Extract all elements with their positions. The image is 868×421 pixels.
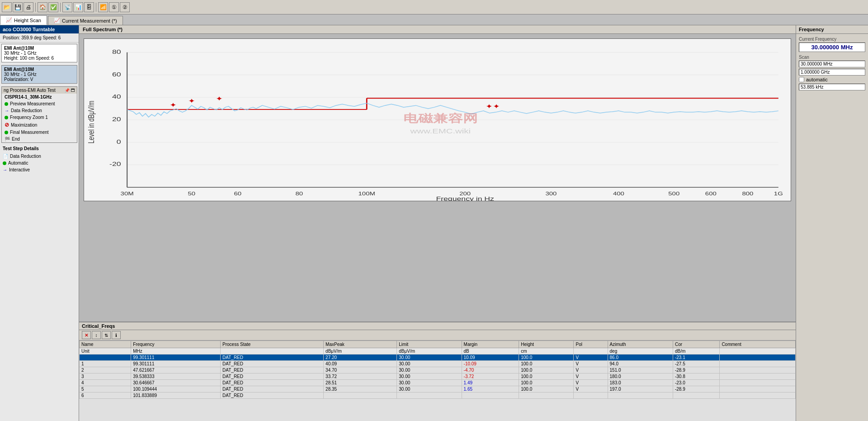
cell-margin: -4.70 <box>462 367 519 374</box>
toolbar-icon-10[interactable]: ① <box>109 2 119 12</box>
svg-text:0: 0 <box>117 138 121 145</box>
toolbar-icon-6[interactable]: 📡 <box>62 2 72 12</box>
cell-margin: 1.49 <box>462 380 519 386</box>
cell-comment <box>720 367 796 374</box>
col-height: Height <box>519 341 574 348</box>
svg-text:500: 500 <box>668 191 679 197</box>
tab-current-measurement[interactable]: 📈 Current Measurement (*) <box>48 16 123 25</box>
cell-pol: V <box>574 386 608 393</box>
cell-pol: V <box>574 361 608 367</box>
svg-text:电磁兼容网: 电磁兼容网 <box>403 112 478 124</box>
table-row[interactable]: 5 100.109444 DAT_RED 28.35 30.00 1.65 10… <box>80 386 796 393</box>
toolbar-icon-2[interactable]: 💾 <box>13 2 23 12</box>
table-row[interactable]: 6 101.833889 DAT_RED <box>80 393 796 399</box>
table-row[interactable]: 2 47.621667 DAT_RED 34.70 30.00 -4.70 10… <box>80 367 796 374</box>
turntable-info: Position: 359.9 deg Speed: 6 <box>0 33 79 43</box>
antenna-content-1: EMI Ant@10M 30 MHz - 1 GHz Height: 100 c… <box>2 44 77 62</box>
cell-height: 100.0 <box>519 380 574 386</box>
unit-azimuth: deg <box>608 348 673 355</box>
auto-checkbox[interactable] <box>799 77 804 82</box>
unit-maxpeak: dBμV/m <box>324 348 397 355</box>
svg-text:Level in dBμV/m: Level in dBμV/m <box>87 101 95 143</box>
antenna-freq-2: 30 MHz - 1 GHz <box>4 72 75 77</box>
auto-row: automatic <box>799 77 865 82</box>
main-toolbar: 📂 💾 🖨 🏠 ✅ 📡 📊 🗄 📶 ① ② <box>0 0 868 14</box>
content-area: aco CO3000 Turntable Position: 359.9 deg… <box>0 25 868 421</box>
cell-state: DAT_RED <box>221 374 324 380</box>
cell-comment <box>720 386 796 393</box>
cell-state: DAT_RED <box>221 386 324 393</box>
cell-maxpeak: 28.51 <box>324 380 397 386</box>
toolbar-icon-5[interactable]: ✅ <box>48 2 58 12</box>
col-comment: Comment <box>720 341 796 348</box>
svg-text:-20: -20 <box>109 161 121 167</box>
dot-final <box>5 131 8 134</box>
unit-name: Unit <box>80 348 131 355</box>
svg-text:1G: 1G <box>774 191 783 197</box>
process-end: 🏁 End <box>2 136 77 142</box>
unit-state <box>221 348 324 355</box>
tab-height-scan-label: Height Scan <box>14 18 41 23</box>
table-btn-sort2[interactable]: ⇅ <box>102 331 111 339</box>
table-btn-info[interactable]: ℹ <box>112 331 121 339</box>
table-row[interactable]: 3 39.538333 DAT_RED 33.72 30.00 -3.72 10… <box>80 374 796 380</box>
table-scroll-area[interactable]: Name Frequency Process State MaxPeak Lim… <box>79 341 796 421</box>
toolbar-icon-8[interactable]: 🗄 <box>84 2 94 12</box>
cell-cor: -23.1 <box>673 355 719 361</box>
cell-margin: 10.09 <box>462 355 519 361</box>
svg-text:600: 600 <box>705 191 717 197</box>
toolbar-sep-2 <box>60 3 61 12</box>
table-row[interactable]: 1 99.301111 DAT_RED 40.09 30.00 -10.09 1… <box>80 361 796 367</box>
table-btn-delete[interactable]: ✕ <box>82 331 91 339</box>
cell-cor: -27.5 <box>673 361 719 367</box>
cell-freq: 100.109444 <box>131 386 221 393</box>
cell-freq: 101.833889 <box>131 393 221 399</box>
cell-freq: 39.538333 <box>131 374 221 380</box>
scan-start-input[interactable] <box>799 61 865 67</box>
frequency-panel-content: Current Frequency 30.000000 MHz Scan aut… <box>796 34 868 95</box>
turntable-header: aco CO3000 Turntable <box>0 25 79 33</box>
scan-stop-input[interactable] <box>799 69 865 76</box>
cell-num: 5 <box>80 386 131 393</box>
toolbar-icon-4[interactable]: 🏠 <box>38 2 47 12</box>
toolbar-icon-9[interactable]: 📶 <box>98 2 108 12</box>
table-btn-sort1[interactable]: ↕ <box>92 331 101 339</box>
col-freq: Frequency <box>131 341 221 348</box>
table-row[interactable]: 99.301111 DAT_RED 27.20 30.00 10.09 100.… <box>80 355 796 361</box>
cell-limit <box>397 393 462 399</box>
full-spectrum-header: Full Spectrum (*) <box>79 25 796 34</box>
cell-name <box>80 355 131 361</box>
freq-input[interactable] <box>799 84 865 90</box>
tab-height-scan[interactable]: 📈 Height Scan <box>0 15 47 25</box>
cell-num: 6 <box>80 393 131 399</box>
cell-height <box>519 393 574 399</box>
cell-height: 100.0 <box>519 367 574 374</box>
cell-num: 4 <box>80 380 131 386</box>
arrow-data-reduction: → <box>5 108 9 113</box>
cell-pol <box>574 393 608 399</box>
main-container: 📂 💾 🖨 🏠 ✅ 📡 📊 🗄 📶 ① ② 📈 Height Scan 📈 Cu… <box>0 0 868 421</box>
cell-state: DAT_RED <box>221 355 324 361</box>
svg-text:80: 80 <box>112 48 121 55</box>
icon-maximization: ⊘ <box>5 122 9 128</box>
process-header: ng Process-EMI Auto Test 📌 🗖 <box>2 87 77 94</box>
toolbar-icon-11[interactable]: ② <box>120 2 130 12</box>
cell-maxpeak <box>324 393 397 399</box>
cell-limit: 30.00 <box>397 367 462 374</box>
critical-freqs-table: Name Frequency Process State MaxPeak Lim… <box>79 341 796 399</box>
process-header-label: ng Process-EMI Auto Test <box>4 88 56 93</box>
cell-freq: 99.301111 <box>131 355 221 361</box>
svg-text:Frequency in Hz: Frequency in Hz <box>436 195 494 201</box>
toolbar-icon-1[interactable]: 📂 <box>2 2 12 12</box>
cell-margin: 1.65 <box>462 386 519 393</box>
cell-maxpeak: 34.70 <box>324 367 397 374</box>
cell-maxpeak: 33.72 <box>324 374 397 380</box>
cell-state: DAT_RED <box>221 393 324 399</box>
toolbar-sep-1 <box>35 3 36 12</box>
toolbar-icon-7[interactable]: 📊 <box>73 2 83 12</box>
unit-margin: dB <box>462 348 519 355</box>
table-row[interactable]: 4 30.646667 DAT_RED 28.51 30.00 1.49 100… <box>80 380 796 386</box>
cell-azimuth: 151.0 <box>608 367 673 374</box>
toolbar-icon-3[interactable]: 🖨 <box>24 2 33 12</box>
cell-freq: 99.301111 <box>131 361 221 367</box>
